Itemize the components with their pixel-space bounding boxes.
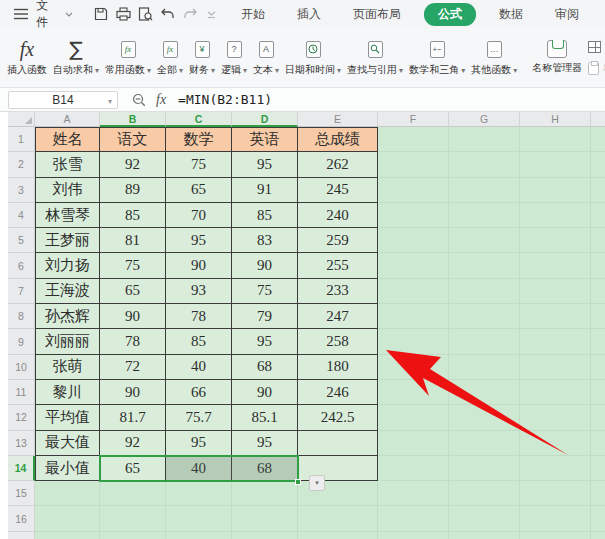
cell-H16[interactable] [520, 506, 591, 531]
cell-F13[interactable] [378, 431, 449, 456]
cell-B2[interactable]: 92 [100, 152, 166, 177]
cell-F3[interactable] [378, 178, 449, 203]
file-menu[interactable]: 文件 [36, 0, 58, 31]
cell-G6[interactable] [449, 253, 520, 278]
cell-G10[interactable] [449, 355, 520, 380]
cell-G2[interactable] [449, 152, 520, 177]
cell-F4[interactable] [378, 203, 449, 228]
cell-C10[interactable]: 40 [166, 355, 232, 380]
cell-B12[interactable]: 81.7 [100, 405, 166, 430]
cell-D5[interactable]: 83 [232, 228, 298, 253]
cell-H8[interactable] [520, 304, 591, 329]
row-header-13[interactable]: 13 [8, 431, 35, 456]
column-header-H[interactable]: H [520, 112, 591, 127]
cell-G1[interactable] [449, 127, 520, 152]
cell-F14[interactable] [378, 456, 449, 481]
cell-D17[interactable] [232, 532, 298, 539]
cell-D13[interactable]: 95 [232, 431, 298, 456]
cell-H4[interactable] [520, 203, 591, 228]
cell-C16[interactable] [166, 506, 232, 531]
cell-A17[interactable] [35, 532, 100, 539]
cell-D10[interactable]: 68 [232, 355, 298, 380]
name-box[interactable]: B14 ▾ [8, 91, 118, 109]
tab-1[interactable]: 插入 [288, 3, 330, 26]
paste-names-button[interactable]: 粘贴 [588, 61, 605, 75]
zoom-search-icon[interactable] [132, 93, 146, 107]
cell-D15[interactable] [232, 481, 298, 506]
ribbon-button-fx-large[interactable]: fx插入函数 [4, 28, 50, 87]
cell-B1[interactable]: 语文 [100, 127, 166, 152]
cell-B5[interactable]: 81 [100, 228, 166, 253]
cell-G11[interactable] [449, 380, 520, 405]
cell-A12[interactable]: 平均值 [35, 405, 100, 430]
cell-H12[interactable] [520, 405, 591, 430]
tab-formulas[interactable]: 公式 [424, 3, 476, 26]
cell-B3[interactable]: 89 [100, 178, 166, 203]
cell-G13[interactable] [449, 431, 520, 456]
cell-B16[interactable] [100, 506, 166, 531]
cell-E13[interactable] [298, 431, 378, 456]
cell-A2[interactable]: 张雪 [35, 152, 100, 177]
row-header-4[interactable]: 4 [8, 203, 35, 228]
cell-G7[interactable] [449, 279, 520, 304]
cell-F10[interactable] [378, 355, 449, 380]
more-commands-chevron-icon[interactable] [203, 4, 221, 24]
ribbon-button-doc-yen[interactable]: ¥财务▾ [186, 28, 218, 87]
cell-F1[interactable] [378, 127, 449, 152]
cell-E10[interactable]: 180 [298, 355, 378, 380]
cell-D2[interactable]: 95 [232, 152, 298, 177]
cell-E12[interactable]: 242.5 [298, 405, 378, 430]
cell-A15[interactable] [35, 481, 100, 506]
name-manager-button[interactable]: 名称管理器 [528, 28, 586, 87]
ribbon-button-book-math[interactable]: +−数学和三角▾ [406, 28, 468, 87]
cell-D7[interactable]: 75 [232, 279, 298, 304]
cell-A1[interactable]: 姓名 [35, 127, 100, 152]
cell-A3[interactable]: 刘伟 [35, 178, 100, 203]
save-icon[interactable] [92, 4, 110, 24]
print-icon[interactable] [114, 4, 132, 24]
cell-B4[interactable]: 85 [100, 203, 166, 228]
column-header-D[interactable]: D [232, 112, 298, 127]
cell-H14[interactable] [520, 456, 591, 481]
ribbon-button-doc-fx[interactable]: fx全部▾ [154, 28, 186, 87]
cell-C15[interactable] [166, 481, 232, 506]
assign-names-button[interactable]: 指定 [588, 40, 605, 54]
row-header-16[interactable]: 16 [8, 506, 35, 531]
cell-F2[interactable] [378, 152, 449, 177]
row-header-5[interactable]: 5 [8, 228, 35, 253]
cell-C4[interactable]: 70 [166, 203, 232, 228]
column-header-E[interactable]: E [298, 112, 378, 127]
cell-D12[interactable]: 85.1 [232, 405, 298, 430]
cell-E16[interactable] [298, 506, 378, 531]
cell-B7[interactable]: 65 [100, 279, 166, 304]
ribbon-button-doc-a[interactable]: A文本▾ [250, 28, 282, 87]
cell-H1[interactable] [520, 127, 591, 152]
cell-F6[interactable] [378, 253, 449, 278]
cell-C7[interactable]: 93 [166, 279, 232, 304]
tab-4[interactable]: 数据 [490, 3, 532, 26]
row-header-17[interactable]: 17 [8, 532, 35, 539]
select-all-corner[interactable] [8, 112, 35, 127]
cell-B13[interactable]: 92 [100, 431, 166, 456]
cell-C17[interactable] [166, 532, 232, 539]
cell-G4[interactable] [449, 203, 520, 228]
cell-C14[interactable]: 40 [166, 456, 232, 481]
cell-F8[interactable] [378, 304, 449, 329]
row-header-2[interactable]: 2 [8, 152, 35, 177]
cell-F16[interactable] [378, 506, 449, 531]
tab-0[interactable]: 开始 [232, 3, 274, 26]
row-header-8[interactable]: 8 [8, 304, 35, 329]
cell-A9[interactable]: 刘丽丽 [35, 329, 100, 354]
ribbon-button-book-more[interactable]: …其他函数▾ [468, 28, 520, 87]
cell-E11[interactable]: 246 [298, 380, 378, 405]
hamburger-menu-icon[interactable] [12, 4, 30, 24]
row-header-6[interactable]: 6 [8, 253, 35, 278]
fill-handle[interactable] [295, 479, 301, 485]
cell-A16[interactable] [35, 506, 100, 531]
cell-C13[interactable]: 95 [166, 431, 232, 456]
cell-D11[interactable]: 90 [232, 380, 298, 405]
cell-G15[interactable] [449, 481, 520, 506]
cell-D8[interactable]: 79 [232, 304, 298, 329]
row-header-1[interactable]: 1 [8, 127, 35, 152]
cell-H17[interactable] [520, 532, 591, 539]
